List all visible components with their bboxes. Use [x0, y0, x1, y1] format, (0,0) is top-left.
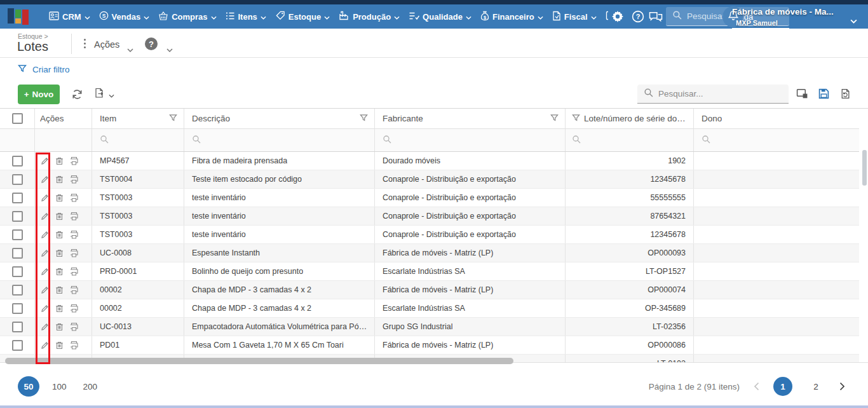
filter-cell-dono[interactable]: [694, 129, 859, 151]
edit-pencil-icon[interactable]: [40, 285, 50, 295]
delete-trash-icon[interactable]: [55, 285, 64, 294]
menu-fiscal[interactable]: Fiscal: [552, 11, 597, 23]
company-user-selector[interactable]: Fábrica de móveis - Ma... MXP Samuel: [732, 7, 834, 29]
edit-pencil-icon[interactable]: [40, 341, 50, 350]
menu-crm[interactable]: CRM: [49, 11, 90, 22]
row-checkbox[interactable]: [12, 303, 23, 314]
menu-compras[interactable]: Compras: [158, 11, 216, 22]
grid-search-input[interactable]: [658, 89, 776, 99]
filter-cell-lote[interactable]: [566, 129, 694, 151]
header-cell-dono[interactable]: Dono: [694, 109, 859, 128]
menu-itens[interactable]: Itens: [226, 11, 266, 22]
save-layout-icon[interactable]: [818, 88, 829, 102]
row-checkbox[interactable]: [12, 322, 23, 332]
print-icon[interactable]: [69, 341, 79, 350]
chat-icon[interactable]: [648, 11, 663, 25]
menu-contabilidade[interactable]: Contabilidade: [606, 11, 608, 22]
refresh-icon[interactable]: [71, 88, 83, 103]
row-checkbox[interactable]: [12, 229, 23, 240]
filter-funnel-icon[interactable]: [550, 114, 559, 124]
row-checkbox[interactable]: [12, 193, 23, 203]
page-size-200[interactable]: 200: [79, 376, 102, 397]
vertical-scrollbar[interactable]: [862, 150, 867, 186]
menu-estoque[interactable]: Estoque: [275, 11, 330, 22]
page-size-50[interactable]: 50: [18, 376, 39, 397]
header-cell-lote[interactable]: Lote/número de série do f...: [566, 109, 694, 128]
app-logo[interactable]: [8, 8, 29, 25]
new-button[interactable]: + Novo: [18, 85, 60, 104]
filter-funnel-icon[interactable]: [169, 114, 177, 124]
horizontal-scrollbar[interactable]: [5, 358, 513, 364]
header-cell-fabricante[interactable]: Fabricante: [375, 109, 566, 128]
export-button[interactable]: [94, 88, 114, 101]
print-icon[interactable]: [69, 248, 79, 257]
delete-trash-icon[interactable]: [55, 248, 64, 257]
menu-qualidade[interactable]: Qualidade: [409, 11, 471, 22]
row-checkbox[interactable]: [12, 156, 23, 167]
delete-trash-icon[interactable]: [55, 156, 64, 165]
previous-page-icon[interactable]: [754, 382, 759, 391]
header-cell-item[interactable]: Item: [92, 109, 184, 128]
delete-trash-icon[interactable]: [55, 341, 64, 350]
actions-dropdown[interactable]: Ações: [94, 39, 119, 50]
filter-cell-descricao[interactable]: [184, 129, 375, 151]
print-icon[interactable]: [69, 193, 79, 202]
row-checkbox[interactable]: [12, 211, 23, 222]
print-icon[interactable]: [69, 285, 79, 294]
header-cell-descricao[interactable]: Descrição: [184, 109, 375, 128]
table-row: TST0003 teste inventário Conaprole - Dis…: [0, 226, 859, 244]
delete-trash-icon[interactable]: [55, 175, 64, 184]
help-icon[interactable]: ?: [632, 10, 644, 25]
edit-pencil-icon[interactable]: [40, 175, 50, 184]
print-icon[interactable]: [69, 230, 79, 239]
delete-trash-icon[interactable]: [55, 230, 64, 239]
cell-acoes: [35, 226, 92, 243]
filter-cell-item[interactable]: [92, 129, 184, 151]
row-checkbox[interactable]: [12, 266, 23, 277]
delete-trash-icon[interactable]: [55, 322, 64, 331]
row-checkbox[interactable]: [12, 340, 23, 351]
delete-trash-icon[interactable]: [55, 267, 64, 276]
chevron-down-icon[interactable]: [127, 43, 133, 55]
reset-layout-icon[interactable]: [840, 88, 850, 102]
delete-trash-icon[interactable]: [55, 304, 64, 313]
kebab-menu-icon[interactable]: [83, 37, 87, 50]
print-icon[interactable]: [69, 175, 79, 184]
row-checkbox[interactable]: [12, 174, 23, 185]
filter-funnel-icon[interactable]: [572, 114, 580, 124]
chevron-down-icon[interactable]: [850, 15, 857, 26]
delete-trash-icon[interactable]: [55, 212, 64, 221]
print-icon[interactable]: [69, 212, 79, 221]
chevron-down-icon[interactable]: [166, 43, 173, 55]
print-icon[interactable]: [69, 322, 79, 331]
cell-checkbox: [0, 299, 35, 317]
edit-pencil-icon[interactable]: [40, 212, 50, 221]
row-checkbox[interactable]: [12, 248, 23, 259]
page-button-1[interactable]: 1: [773, 377, 792, 396]
next-page-icon[interactable]: [839, 382, 845, 391]
edit-pencil-icon[interactable]: [40, 156, 50, 166]
edit-pencil-icon[interactable]: [40, 193, 50, 203]
edit-pencil-icon[interactable]: [40, 248, 50, 258]
page-button-2[interactable]: 2: [806, 377, 825, 396]
page-size-100[interactable]: 100: [48, 376, 71, 397]
edit-pencil-icon[interactable]: [40, 230, 50, 240]
print-icon[interactable]: [69, 267, 79, 276]
create-filter-link[interactable]: Criar filtro: [18, 64, 70, 75]
row-checkbox[interactable]: [12, 285, 23, 296]
menu-vendas[interactable]: S Vendas: [99, 11, 150, 22]
menu-financeiro[interactable]: $ Financeiro: [480, 11, 543, 23]
filter-funnel-icon[interactable]: [360, 114, 368, 124]
delete-trash-icon[interactable]: [55, 193, 64, 202]
page-help-button[interactable]: ?: [145, 37, 158, 50]
print-icon[interactable]: [69, 156, 79, 165]
menu-producao[interactable]: Produção: [339, 11, 400, 22]
filter-cell-fabricante[interactable]: [375, 129, 566, 151]
select-all-checkbox[interactable]: [12, 113, 23, 124]
edit-pencil-icon[interactable]: [40, 322, 50, 332]
edit-pencil-icon[interactable]: [40, 267, 50, 276]
column-chooser-icon[interactable]: [796, 88, 808, 102]
edit-pencil-icon[interactable]: [40, 304, 50, 313]
settings-gear-icon[interactable]: [611, 10, 624, 25]
print-icon[interactable]: [69, 304, 79, 313]
